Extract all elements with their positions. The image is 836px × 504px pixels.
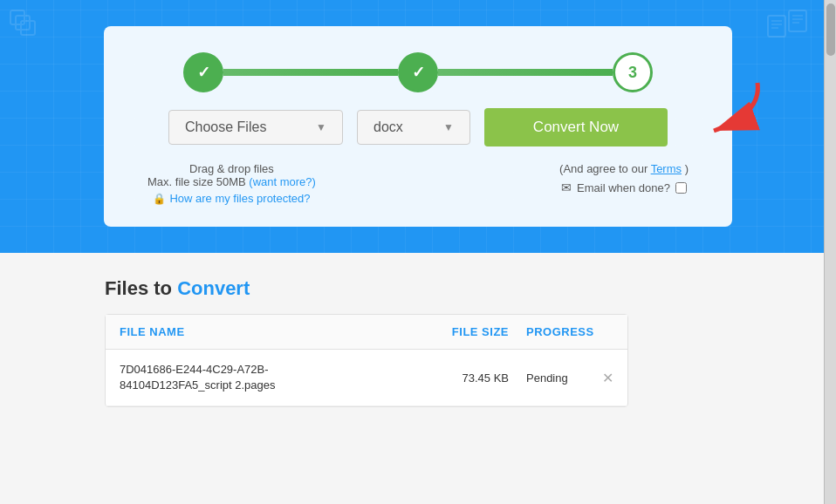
bottom-section: Files to Convert FILE NAME FILE SIZE PRO… bbox=[0, 253, 836, 504]
email-checkbox[interactable] bbox=[675, 182, 687, 194]
col-filename-header: FILE NAME bbox=[120, 325, 430, 338]
left-info: Drag & drop files Max. file size 50MB (w… bbox=[147, 162, 316, 205]
lock-icon: 🔒 bbox=[153, 193, 166, 205]
right-info: (And agree to our Terms ) ✉ Email when d… bbox=[559, 162, 689, 194]
step-1: ✓ bbox=[183, 52, 223, 92]
terms-link[interactable]: Terms bbox=[651, 162, 682, 175]
scrollbar-thumb[interactable] bbox=[826, 3, 835, 56]
choose-files-chevron: ▼ bbox=[316, 121, 326, 133]
email-label: Email when done? bbox=[577, 181, 670, 194]
format-value: docx bbox=[373, 119, 403, 135]
corner-decoration-right bbox=[766, 9, 810, 51]
filesize-value: 73.45 KB bbox=[463, 371, 510, 385]
info-row: Drag & drop files Max. file size 50MB (w… bbox=[139, 162, 697, 205]
files-table: FILE NAME FILE SIZE PROGRESS 7D041686-E2… bbox=[105, 314, 628, 407]
page-scrollbar[interactable] bbox=[824, 0, 836, 504]
table-header: FILE NAME FILE SIZE PROGRESS bbox=[106, 315, 627, 350]
hero-section: ✓ ✓ 3 Choose Files ▼ bbox=[0, 0, 836, 253]
svg-rect-3 bbox=[768, 16, 785, 37]
choose-files-label: Choose Files bbox=[185, 119, 266, 135]
want-more-link[interactable]: (want more?) bbox=[249, 175, 316, 188]
files-title: Files to Convert bbox=[105, 277, 731, 300]
step-3-label: 3 bbox=[628, 64, 637, 82]
terms-close: ) bbox=[685, 162, 689, 175]
svg-rect-1 bbox=[16, 16, 30, 30]
email-row: ✉ Email when done? bbox=[561, 180, 687, 194]
max-size-row: Max. file size 50MB (want more?) bbox=[147, 175, 316, 188]
format-chevron: ▼ bbox=[443, 121, 454, 133]
remove-file-button[interactable]: ✕ bbox=[602, 370, 613, 386]
step-line-1 bbox=[223, 69, 398, 76]
step-2: ✓ bbox=[398, 52, 438, 92]
cell-progress: Pending ✕ bbox=[509, 370, 613, 386]
drag-drop-text: Drag & drop files bbox=[147, 162, 316, 175]
email-icon: ✉ bbox=[561, 180, 572, 194]
format-select-button[interactable]: docx ▼ bbox=[357, 110, 470, 145]
max-size-text: Max. file size 50MB bbox=[147, 175, 246, 188]
progress-status: Pending bbox=[526, 371, 568, 385]
step-line-2 bbox=[438, 69, 613, 76]
svg-rect-2 bbox=[21, 21, 35, 35]
cell-filename: 7D041686-E244-4C29-A72B-84104D123FA5_scr… bbox=[120, 362, 430, 393]
steps-progress: ✓ ✓ 3 bbox=[139, 52, 697, 92]
corner-decoration-left bbox=[9, 9, 44, 51]
protection-link[interactable]: How are my files protected? bbox=[169, 192, 310, 205]
files-title-highlight: Convert bbox=[177, 277, 250, 299]
col-filesize-header: FILE SIZE bbox=[430, 325, 509, 338]
svg-rect-0 bbox=[10, 10, 24, 24]
step-2-label: ✓ bbox=[412, 63, 425, 82]
cell-filesize: 73.45 KB bbox=[430, 371, 509, 385]
protection-row: 🔒 How are my files protected? bbox=[147, 192, 316, 205]
terms-text: (And agree to our bbox=[559, 162, 648, 175]
step-3: 3 bbox=[613, 52, 653, 92]
convert-now-button[interactable]: Convert Now bbox=[484, 108, 668, 146]
choose-files-button[interactable]: Choose Files ▼ bbox=[168, 110, 343, 145]
action-row: Choose Files ▼ docx ▼ Convert Now bbox=[139, 108, 697, 146]
terms-row: (And agree to our Terms ) bbox=[559, 162, 689, 175]
svg-rect-7 bbox=[789, 10, 806, 31]
table-row: 7D041686-E244-4C29-A72B-84104D123FA5_scr… bbox=[106, 350, 627, 406]
upload-card: ✓ ✓ 3 Choose Files ▼ bbox=[104, 26, 732, 227]
arrow-indicator bbox=[688, 78, 766, 143]
step-1-label: ✓ bbox=[197, 63, 210, 82]
convert-label: Convert Now bbox=[533, 119, 619, 135]
col-progress-header: PROGRESS bbox=[509, 325, 613, 338]
